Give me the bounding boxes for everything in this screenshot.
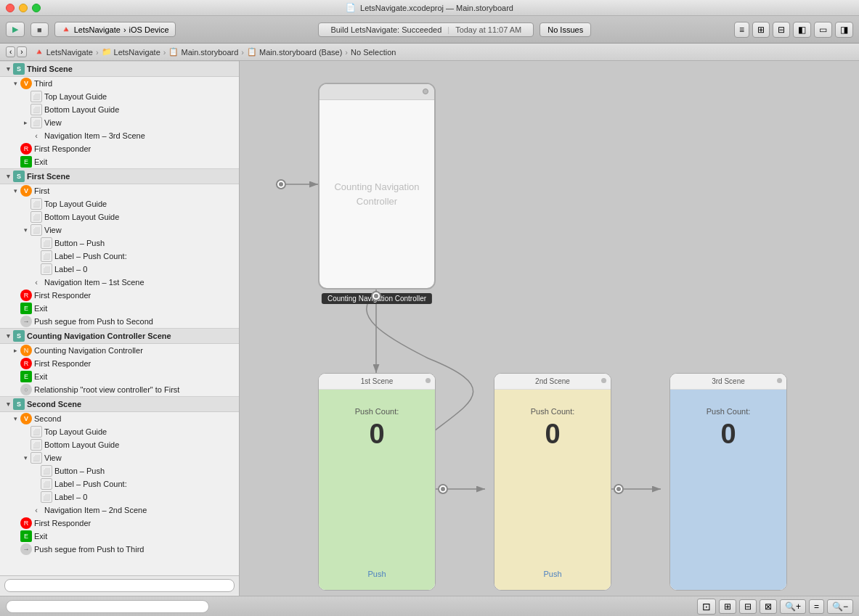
breadcrumb-sep-4: › (345, 48, 348, 57)
view-navigator-button[interactable]: ◧ (793, 22, 811, 38)
tree-item-second-bottomlayout[interactable]: ⬜ Bottom Layout Guide (0, 438, 239, 451)
play-icon: ▶ (12, 25, 18, 34)
nav-back-button[interactable]: ‹ (6, 46, 15, 57)
stop-button[interactable]: ■ (30, 22, 49, 37)
play-button[interactable]: ▶ (6, 22, 25, 37)
camera-dot (426, 378, 431, 383)
zoom-in-button[interactable]: 🔍+ (780, 599, 806, 614)
bottom-search-input[interactable] (6, 600, 209, 613)
tree-item-second-toplayout[interactable]: ⬜ Top Layout Guide (0, 425, 239, 438)
zoom-equal-button[interactable]: = (809, 599, 824, 614)
tree-item-first-toplayout[interactable]: ⬜ Top Layout Guide (0, 197, 239, 210)
split-button[interactable]: ⊠ (760, 599, 777, 614)
editor-assistant-button[interactable]: ⊞ (752, 22, 770, 38)
title-icon: 📄 (346, 3, 356, 12)
tree-item-first-view[interactable]: ⬜ View (0, 223, 239, 237)
chevron-icon: › (123, 25, 126, 34)
tree-item-nav-relationship[interactable]: ○ Relationship "root view controller" to… (0, 383, 239, 396)
view-icon: ⬜ (41, 491, 52, 503)
tree-item-first-bottomlayout[interactable]: ⬜ Bottom Layout Guide (0, 210, 239, 223)
tree-item-third-responder[interactable]: R First Responder (0, 142, 239, 155)
tree-label: First Responder (34, 359, 91, 368)
push-button-first[interactable]: Push (367, 570, 386, 578)
tree-item-second-responder[interactable]: R First Responder (0, 517, 239, 530)
sidebar-search-input[interactable] (4, 579, 235, 592)
fit-button[interactable]: ⊡ (697, 599, 716, 615)
push-button-second[interactable]: Push (543, 570, 561, 578)
push-count-value: 0 (720, 419, 736, 450)
tree-item-second-vc[interactable]: V Second (0, 412, 239, 425)
tree-item-first-button[interactable]: ⬜ Button – Push (0, 237, 239, 250)
tree-item-third-view[interactable]: ⬜ View (0, 116, 239, 129)
build-status-box: Build LetsNavigate: Succeeded | Today at… (318, 22, 534, 37)
tree-item-first-label0[interactable]: ⬜ Label – 0 (0, 263, 239, 276)
tree-arrow (10, 187, 20, 194)
traffic-lights[interactable] (6, 4, 41, 12)
tree-item-first-vc[interactable]: V First (0, 184, 239, 197)
breadcrumb-item-3[interactable]: 📋 Main.storyboard (168, 47, 238, 57)
tree-label: Navigation Item – 1st Scene (44, 278, 144, 287)
maximize-button[interactable] (32, 4, 41, 12)
tree-item-first-segue[interactable]: → Push segue from Push to Second (0, 315, 239, 328)
tree-item-third-toplayout[interactable]: ⬜ Top Layout Guide (0, 90, 239, 103)
tree-item-nav-responder[interactable]: R First Responder (0, 357, 239, 370)
responder-icon: R (20, 289, 32, 301)
breadcrumb-item-2[interactable]: 📁 LetsNavigate (102, 47, 160, 57)
tree-item-second-button[interactable]: ⬜ Button – Push (0, 464, 239, 477)
editor-version-button[interactable]: ⊟ (773, 22, 790, 38)
sidebar: S Third Scene V Third ⬜ Top Layout Guide (0, 61, 240, 596)
relationship-icon: ○ (20, 384, 32, 395)
breadcrumb-nav[interactable]: ‹ › (6, 46, 27, 57)
scene-header-first[interactable]: S First Scene (0, 168, 239, 184)
tree-item-first-responder[interactable]: R First Responder (0, 289, 239, 302)
tree-item-second-segue[interactable]: → Push segue from Push to Third (0, 543, 239, 556)
issues-button[interactable]: No Issues (540, 22, 591, 37)
scene-items-first: V First ⬜ Top Layout Guide ⬜ Bottom Layo… (0, 184, 239, 328)
close-button[interactable] (6, 4, 15, 12)
connector-first-second (438, 484, 448, 494)
canvas[interactable]: Counting Navigation Controller Counting … (240, 61, 859, 596)
zoom-out-button[interactable]: 🔍− (827, 599, 853, 614)
tree-item-second-label0[interactable]: ⬜ Label – 0 (0, 490, 239, 504)
tree-label: Bottom Layout Guide (44, 213, 119, 221)
scene-header-second[interactable]: S Second Scene (0, 396, 239, 412)
minimize-button[interactable] (19, 4, 28, 12)
layout-button[interactable]: ⊟ (739, 599, 757, 614)
tree-label: Label – 0 (54, 493, 87, 501)
tree-item-first-exit[interactable]: E Exit (0, 302, 239, 315)
tree-item-third-exit[interactable]: E Exit (0, 155, 239, 168)
scheme-icon: 🔺 (61, 25, 71, 34)
view-utilities-button[interactable]: ◨ (835, 22, 853, 38)
tree-item-nav-ctrl[interactable]: N Counting Navigation Controller (0, 344, 239, 357)
push-count-label: Push Count: (531, 407, 575, 416)
tree-item-first-navitem[interactable]: ‹ Navigation Item – 1st Scene (0, 276, 239, 289)
tree-label: First Responder (34, 519, 91, 527)
breadcrumb-icon-1: 🔺 (34, 47, 44, 57)
scene-header-third[interactable]: S Third Scene (0, 61, 239, 77)
grid-view-button[interactable]: ⊞ (719, 599, 736, 614)
tree-label: Navigation Item – 3rd Scene (44, 131, 145, 140)
vc-icon: V (20, 78, 32, 89)
segue-icon: → (20, 543, 32, 555)
entry-dot (279, 182, 283, 186)
tree-item-second-pushcount[interactable]: ⬜ Label – Push Count: (0, 477, 239, 490)
tree-item-third-navitem[interactable]: ‹ Navigation Item – 3rd Scene (0, 129, 239, 142)
tree-item-nav-exit[interactable]: E Exit (0, 370, 239, 383)
scene-items-second: V Second ⬜ Top Layout Guide ⬜ Bottom Lay… (0, 412, 239, 556)
tree-item-second-view[interactable]: ⬜ View (0, 451, 239, 464)
tree-label: Top Layout Guide (44, 200, 107, 208)
tree-item-second-exit[interactable]: E Exit (0, 530, 239, 543)
scheme-selector[interactable]: 🔺 LetsNavigate › iOS Device (54, 22, 176, 37)
tree-item-third-vc[interactable]: V Third (0, 77, 239, 90)
tree-item-second-navitem[interactable]: ‹ Navigation Item – 2nd Scene (0, 504, 239, 517)
navctrl-icon: N (20, 345, 32, 356)
breadcrumb-item-1[interactable]: 🔺 LetsNavigate (34, 47, 93, 57)
breadcrumb-item-4[interactable]: 📋 Main.storyboard (Base) (247, 47, 342, 57)
nav-forward-button[interactable]: › (17, 46, 26, 57)
tree-item-first-pushcount[interactable]: ⬜ Label – Push Count: (0, 250, 239, 263)
view-debug-button[interactable]: ▭ (814, 22, 832, 38)
tree-label: View (44, 453, 62, 462)
scene-header-nav[interactable]: S Counting Navigation Controller Scene (0, 328, 239, 344)
tree-item-third-bottomlayout[interactable]: ⬜ Bottom Layout Guide (0, 103, 239, 116)
editor-standard-button[interactable]: ≡ (734, 22, 749, 38)
